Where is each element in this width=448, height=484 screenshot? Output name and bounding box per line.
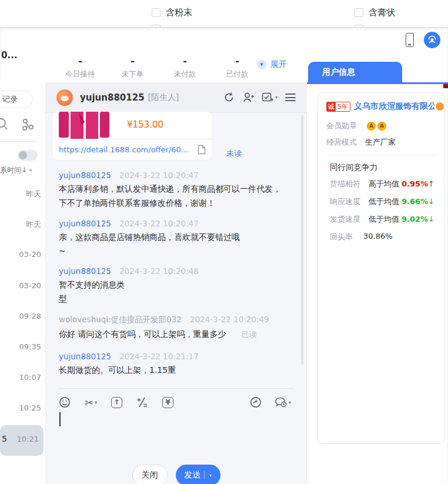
product-price: ¥153.00 xyxy=(127,119,163,130)
chat-history-icon[interactable]: ▾ xyxy=(275,396,291,408)
close-button[interactable]: 关闭 xyxy=(132,465,168,484)
service-avatar-icon[interactable] xyxy=(424,32,440,48)
checkbox-icon[interactable] xyxy=(355,8,363,17)
medal-icons: A A xyxy=(365,122,386,131)
message-input[interactable] xyxy=(55,409,297,456)
quick-phrase-icon[interactable] xyxy=(136,397,148,408)
chat-message-self: woloveshuqi:促佳搜品开发部0322024-3-22 10:20:49… xyxy=(59,315,294,341)
badge-left: 诚 xyxy=(327,102,336,111)
screenshot-scissors-icon[interactable]: ✂ ▾ xyxy=(85,396,97,409)
stat-paid: - 已付款 xyxy=(211,56,263,79)
metric-label: 货描相符 xyxy=(330,179,360,189)
message-text: 型 xyxy=(59,292,294,305)
message-text: 你好 请问这个有货吗，可以上架吗，重量多少已读 xyxy=(59,328,294,341)
message-text: 长期做货的。可以上架，1.15重 xyxy=(59,363,294,376)
filter-bar: 含粉末 含膏状 xyxy=(0,0,448,28)
competitiveness-row: 回头率 30.86% xyxy=(330,232,393,242)
chat-message: yujun8801252024-3-22 10:20:47 本店薄利多销，默认发… xyxy=(59,171,294,209)
list-item-selected[interactable]: 5 10:21 xyxy=(0,425,44,456)
caret-down-icon: ▾ xyxy=(29,168,32,173)
list-item[interactable]: 10:07 xyxy=(0,363,46,394)
list-item[interactable]: 10:25 xyxy=(0,394,46,425)
peer-name: yujun880125 xyxy=(80,92,145,103)
org-group-icon[interactable] xyxy=(21,118,35,132)
product-card[interactable]: ¥153.00 https://detail.1688.com/offer/60… xyxy=(53,112,212,160)
add-contact-icon[interactable] xyxy=(242,92,254,103)
stat-label: 已付款 xyxy=(211,69,263,79)
message-time: 2024-3-22 10:21:17 xyxy=(119,352,199,361)
stat-value: - xyxy=(54,56,106,66)
expand-button[interactable]: ▼ 展开 xyxy=(257,59,287,70)
product-image xyxy=(53,112,119,139)
scrollbar[interactable] xyxy=(301,115,303,365)
forward-icon[interactable] xyxy=(250,396,262,408)
message-time: 2024-3-22 10:20:47 xyxy=(119,219,199,228)
business-model-row: 经营模式 生产厂家 xyxy=(326,137,396,148)
caret-down-icon: ▾ xyxy=(289,400,291,405)
app-screen: 含粉末 含膏状 0... - 今日接待 xyxy=(0,0,448,484)
checkbox-icon[interactable] xyxy=(152,8,161,17)
message-text: 本店薄利多销，默认发中通快递，所有商品都可以一件代发， xyxy=(59,182,294,195)
copy-doc-icon[interactable] xyxy=(197,145,206,155)
filter-toggle[interactable] xyxy=(18,150,38,161)
chevron-down-circle-icon: ▼ xyxy=(257,60,266,69)
list-item[interactable]: 09:35 xyxy=(0,333,46,363)
filter-label: 含粉末 xyxy=(166,7,192,18)
refresh-icon[interactable] xyxy=(223,92,235,103)
shop-icon[interactable] xyxy=(436,102,444,111)
list-item[interactable]: 昨天 xyxy=(0,210,46,241)
emoji-icon[interactable] xyxy=(59,396,71,408)
phone-icon[interactable] xyxy=(406,33,414,47)
item-time: 10:07 xyxy=(19,373,41,382)
chat-message: yujun8801252024-3-22 10:20:47 亲，这款商品是店铺热… xyxy=(59,219,294,258)
message-sender[interactable]: woloveshuqi:促佳搜品开发部032 xyxy=(59,315,182,324)
send-label: 发送 xyxy=(184,470,200,480)
clipped-edge-fragment xyxy=(443,84,448,88)
up-arrow-icon: ↑ xyxy=(428,179,434,188)
truncated-contact-title: 0... xyxy=(1,50,18,61)
expand-label: 展开 xyxy=(270,59,287,70)
tab-user-info[interactable]: 用户信息 xyxy=(308,62,402,83)
message-text: 亲，这款商品是店铺热销商品，喜欢就不要错过哦 xyxy=(59,231,294,243)
product-link[interactable]: https://detail.1688.com/offer/60... xyxy=(59,145,197,154)
message-sender[interactable]: yujun880125 xyxy=(59,352,111,361)
competitiveness-row: 货描相符 高于均值0.95%↑ xyxy=(330,179,434,189)
item-time: 03-20 xyxy=(19,250,41,259)
company-name[interactable]: 义乌市欣渲服饰有限公司 xyxy=(354,101,434,112)
conversation-list: 昨天 昨天 03-20 03-20 09:28 09:35 10:07 10:2… xyxy=(0,179,46,456)
payment-yen-icon[interactable]: ¥ xyxy=(162,397,173,408)
file-upload-icon[interactable]: ↑ xyxy=(111,397,122,408)
medal-row: 会员勋章 A A xyxy=(326,121,386,131)
list-item[interactable]: 09:28 xyxy=(0,302,46,333)
read-status: 已读 xyxy=(241,330,256,339)
filter-checkbox-paste[interactable]: 含膏状 xyxy=(355,7,395,18)
caret-down-icon[interactable]: ▾ xyxy=(209,473,212,478)
create-task-icon[interactable]: ▾ xyxy=(262,92,278,103)
input-toolbar: ✂ ▾ ↑ ¥ ▾ xyxy=(59,395,291,410)
message-time: 2024-3-22 10:20:48 xyxy=(119,266,199,276)
product-link-row[interactable]: https://detail.1688.com/offer/60... xyxy=(53,139,212,159)
clipped-filter-row xyxy=(152,25,203,28)
message-sender[interactable]: yujun880125 xyxy=(59,171,111,180)
send-button[interactable]: 发送 ▾ xyxy=(176,465,220,484)
filter-checkbox-powder[interactable]: 含粉末 xyxy=(152,7,192,18)
tab-underline xyxy=(307,82,448,84)
sort-selector[interactable]: 系时间↓ ▾ xyxy=(0,165,41,175)
peer-avatar[interactable] xyxy=(56,89,73,106)
list-item[interactable]: 03-20 xyxy=(0,241,46,271)
message-sender[interactable]: yujun880125 xyxy=(59,219,111,228)
headset-person-glyph xyxy=(427,35,437,45)
chat-actions: 关闭 发送 ▾ xyxy=(46,465,306,484)
chat-message: yujun8801252024-3-22 10:20:48 暂不支持的消息类 型 xyxy=(59,266,294,305)
menu-icon[interactable] xyxy=(285,92,296,104)
metric-label: 发货速度 xyxy=(330,214,360,225)
metric-label: 回头率 xyxy=(330,232,353,242)
down-arrow-icon: ↓ xyxy=(428,215,434,223)
search-contact-icon[interactable] xyxy=(0,118,8,132)
message-sender[interactable]: yujun880125 xyxy=(59,266,111,276)
search-input[interactable]: 记录 xyxy=(0,91,33,108)
message-time: 2024-3-22 10:20:47 xyxy=(119,171,199,180)
list-item[interactable]: 03-20 xyxy=(0,272,46,302)
list-item[interactable]: 昨天 xyxy=(0,179,46,210)
stat-label: 未付款 xyxy=(159,69,211,79)
